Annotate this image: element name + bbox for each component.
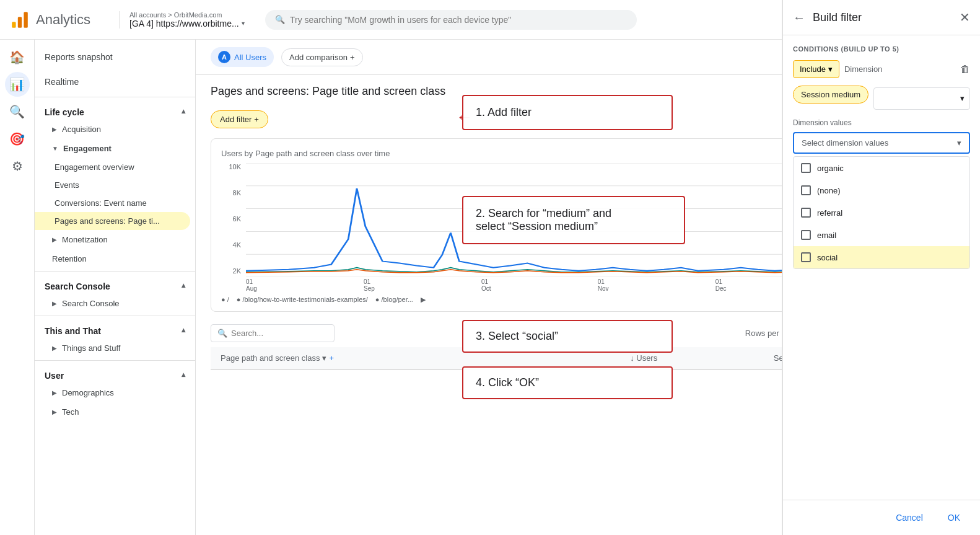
dim-values-dropdown-icon: ▾ [957,138,961,148]
filter-close-button[interactable]: ✕ [960,10,970,25]
lifecycle-expand-icon: ▾ [182,108,185,117]
sidebar-sub-events[interactable]: Events [35,176,195,194]
checkbox-email[interactable] [801,230,811,240]
dim-values-select[interactable]: Select dimension values ▾ [793,132,970,154]
dimension-options-list: organic (none) referral email [793,156,970,269]
session-medium-chip: Session medium [793,86,868,104]
session-medium-dropdown[interactable]: ▾ [873,87,970,110]
user-group[interactable]: User ▾ [35,363,195,383]
search-console-group[interactable]: Search Console ▾ [35,274,195,294]
table-search-box: 🔍 [211,324,335,342]
main-layout: 🏠 📊 🔍 🎯 ⚙ Reports snapshot Realtime Life… [0,40,980,535]
conditions-label: CONDITIONS (BUILD UP TO 5) [793,45,970,53]
checkbox-referral[interactable] [801,208,811,218]
cancel-button[interactable]: Cancel [888,508,930,528]
ts-expand-icon: ▶ [52,345,57,352]
checkbox-organic[interactable] [801,163,811,173]
page-title: Pages and screens: Page title and screen… [211,85,445,98]
col-header-users[interactable]: ↓ Users [514,353,657,363]
table-search-icon: 🔍 [217,329,227,338]
add-filter-button[interactable]: Add filter + [211,110,268,128]
option-email[interactable]: email [794,224,969,246]
reports-snapshot-label: Reports snapshot [45,52,113,62]
dimension-label: Dimension [844,64,882,74]
lifecycle-group[interactable]: Life cycle ▾ [35,100,195,120]
chart-y-axis: 10K 8K 6K 4K 2K [221,163,246,293]
plus-icon: + [350,53,355,62]
sidebar-sub-conversions[interactable]: Conversions: Event name [35,194,195,212]
sidebar-item-reports-snapshot[interactable]: Reports snapshot [35,45,195,69]
session-medium-row: Session medium ▾ [793,86,970,111]
option-organic[interactable]: organic [794,157,969,179]
col-header-path[interactable]: Page path and screen class ▾ + [221,353,509,363]
sidebar-item-realtime[interactable]: Realtime [35,69,195,94]
ok-button[interactable]: OK [938,508,970,528]
sidebar-sub-pages-screens[interactable]: Pages and screens: Page ti... [35,212,190,230]
this-and-that-expand-icon: ▾ [182,327,185,335]
sidebar-item-monetization[interactable]: ▶ Monetization [35,230,195,249]
this-and-that-group[interactable]: This and That ▾ [35,319,195,338]
chart-x-axis: 01Aug 01Sep 01Oct 01Nov 01Dec 01Jan [246,277,843,293]
realtime-label: Realtime [45,77,79,87]
sidebar-item-demographics[interactable]: ▶ Demographics [35,383,195,402]
sidebar-item-things-and-stuff[interactable]: ▶ Things and Stuff [35,338,195,358]
sidebar: Reports snapshot Realtime Life cycle ▾ ▶… [35,40,196,535]
session-medium-dropdown-icon: ▾ [960,94,965,103]
step-box-2: 2. Search for “medium” and select “Sessi… [462,196,685,244]
advertising-icon[interactable]: 🎯 [5,126,30,151]
filter-panel-header: ← Build filter ✕ [783,0,980,35]
sidebar-sub-engagement-overview[interactable]: Engagement overview [35,158,195,176]
step-box-4: 4. Click “OK” [462,366,673,399]
include-button[interactable]: Include ▾ [793,60,839,78]
col-path-add[interactable]: + [329,353,334,363]
step-box-1: 1. Add filter [462,95,673,130]
svg-rect-0 [12,22,15,28]
monetization-expand-icon: ▶ [52,236,57,243]
sidebar-item-retention[interactable]: Retention [35,249,195,268]
sidebar-item-tech[interactable]: ▶ Tech [35,402,195,422]
home-icon[interactable]: 🏠 [5,45,30,69]
checkbox-none[interactable] [801,185,811,195]
filter-back-button[interactable]: ← [793,11,805,25]
engagement-expand-icon: ▼ [52,145,58,152]
search-icon: 🔍 [275,15,285,24]
filter-plus-icon: + [254,115,259,124]
reports-icon[interactable]: 📊 [5,72,30,97]
search-bar[interactable]: 🔍 [265,10,637,30]
step-box-3: 3. Select “social” [462,320,673,353]
explore-icon[interactable]: 🔍 [5,99,30,124]
all-users-chip[interactable]: A All Users [211,47,274,67]
account-path: All accounts > OrbitMedia.com [129,11,255,19]
account-dropdown-icon[interactable]: ▾ [242,20,245,27]
sidebar-item-engagement[interactable]: ▼ Engagement [35,139,195,158]
condition-row: Include ▾ Dimension 🗑 [793,60,970,78]
build-filter-panel: ← Build filter ✕ CONDITIONS (BUILD UP TO… [782,0,980,535]
include-dropdown-icon: ▾ [828,64,833,74]
sidebar-item-acquisition[interactable]: ▶ Acquisition [35,120,195,139]
option-none[interactable]: (none) [794,179,969,201]
demographics-expand-icon: ▶ [52,389,57,396]
option-referral[interactable]: referral [794,201,969,224]
svg-rect-2 [24,12,27,28]
checkbox-social[interactable] [801,252,811,262]
dim-values-label: Dimension values [793,118,970,127]
acquisition-expand-icon: ▶ [52,126,57,133]
filter-panel-title: Build filter [813,11,952,24]
add-comparison-button[interactable]: Add comparison + [281,48,363,66]
delete-condition-icon[interactable]: 🗑 [960,64,970,75]
table-search-input[interactable] [231,329,328,338]
option-social[interactable]: social [794,246,969,268]
logo-area: Analytics [10,10,109,30]
sidebar-item-search-console[interactable]: ▶ Search Console [35,294,195,313]
app-title: Analytics [36,12,90,28]
filter-panel-body: CONDITIONS (BUILD UP TO 5) Include ▾ Dim… [783,35,980,500]
search-console-expand-icon: ▾ [182,282,185,291]
tech-expand-icon: ▶ [52,409,57,415]
account-current[interactable]: [GA 4] https://www.orbitme... ▾ [129,19,255,29]
search-input[interactable] [290,15,627,25]
svg-rect-1 [18,17,22,28]
configure-icon[interactable]: ⚙ [5,154,30,179]
sc-expand-icon: ▶ [52,300,57,307]
all-users-avatar: A [218,51,230,63]
col-path-chevron: ▾ [322,353,326,363]
